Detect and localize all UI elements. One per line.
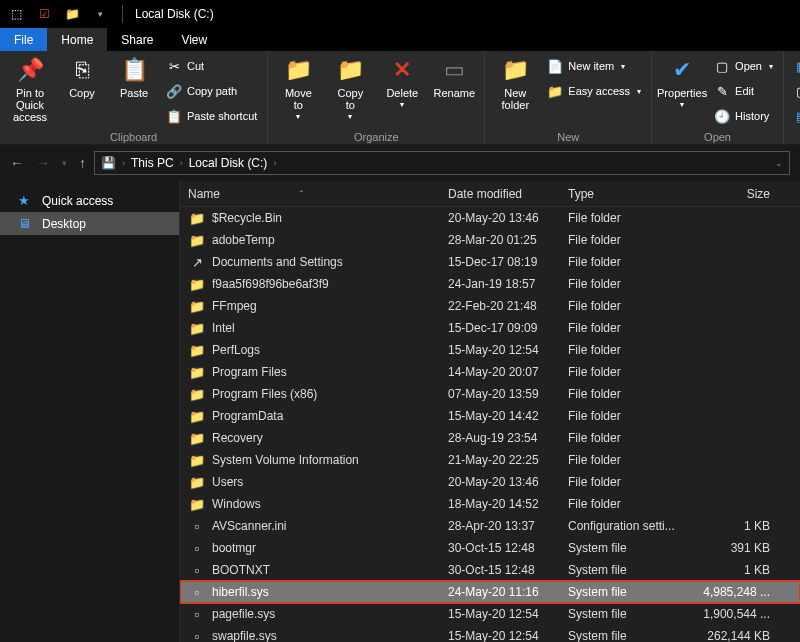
file-date: 21-May-20 22:25 bbox=[448, 453, 568, 467]
moveto-button[interactable]: 📁Move to▾ bbox=[274, 53, 322, 122]
file-icon: ▫ bbox=[188, 584, 206, 600]
new-group-label: New bbox=[491, 129, 645, 144]
table-row[interactable]: ▫bootmgr30-Oct-15 12:48System file391 KB bbox=[180, 537, 800, 559]
open-button[interactable]: ▢Open▾ bbox=[710, 55, 777, 77]
file-type: File folder bbox=[568, 211, 688, 225]
newfolder-button[interactable]: 📁New folder bbox=[491, 53, 539, 111]
table-row[interactable]: 📁Users20-May-20 13:46File folder bbox=[180, 471, 800, 493]
address-dropdown-icon[interactable]: ⌄ bbox=[775, 158, 783, 168]
table-row[interactable]: 📁Program Files14-May-20 20:07File folder bbox=[180, 361, 800, 383]
file-size: 1,900,544 ... bbox=[688, 607, 778, 621]
col-name[interactable]: Nameˆ bbox=[188, 187, 448, 201]
col-date[interactable]: Date modified bbox=[448, 187, 568, 201]
table-row[interactable]: 📁FFmpeg22-Feb-20 21:48File folder bbox=[180, 295, 800, 317]
nav-up[interactable]: ↑ bbox=[79, 155, 86, 171]
table-row[interactable]: 📁Windows18-May-20 14:52File folder bbox=[180, 493, 800, 515]
delete-button[interactable]: ✕Delete▾ bbox=[378, 53, 426, 110]
crumb-current[interactable]: Local Disk (C:) bbox=[189, 156, 268, 170]
table-row[interactable]: 📁ProgramData15-May-20 14:42File folder bbox=[180, 405, 800, 427]
chevron-right-icon[interactable]: › bbox=[122, 158, 125, 168]
folder-icon: 📁 bbox=[188, 276, 206, 292]
properties-button[interactable]: ✔Properties▾ bbox=[658, 53, 706, 110]
main-content: ★ Quick access 🖥 Desktop Nameˆ Date modi… bbox=[0, 181, 800, 642]
ribbon-group-clipboard: 📌 Pin to Quick access ⎘ Copy 📋 Paste ✂Cu… bbox=[0, 51, 268, 144]
table-row[interactable]: 📁Program Files (x86)07-May-20 13:59File … bbox=[180, 383, 800, 405]
tab-share[interactable]: Share bbox=[107, 28, 167, 51]
selectnone-icon: ▢ bbox=[794, 83, 800, 99]
folder-icon: 📁 bbox=[188, 210, 206, 226]
easyaccess-button[interactable]: 📁Easy access▾ bbox=[543, 80, 645, 102]
table-row[interactable]: ▫pagefile.sys15-May-20 12:54System file1… bbox=[180, 603, 800, 625]
table-row[interactable]: 📁Intel15-Dec-17 09:09File folder bbox=[180, 317, 800, 339]
crumb-thispc[interactable]: This PC bbox=[131, 156, 174, 170]
table-row[interactable]: ▫hiberfil.sys24-May-20 11:16System file4… bbox=[180, 581, 800, 603]
file-name: $Recycle.Bin bbox=[212, 211, 282, 225]
table-row[interactable]: ▫AVScanner.ini28-Apr-20 13:37Configurati… bbox=[180, 515, 800, 537]
file-type: Configuration setti... bbox=[568, 519, 688, 533]
folder-icon: 📁 bbox=[188, 452, 206, 468]
newitem-button[interactable]: 📄New item▾ bbox=[543, 55, 645, 77]
file-date: 20-May-20 13:46 bbox=[448, 211, 568, 225]
system-menu-icon[interactable]: ⬚ bbox=[6, 7, 26, 21]
rename-button[interactable]: ▭Rename bbox=[430, 53, 478, 99]
ribbon: 📌 Pin to Quick access ⎘ Copy 📋 Paste ✂Cu… bbox=[0, 51, 800, 145]
paste-icon: 📋 bbox=[119, 55, 149, 85]
col-type[interactable]: Type bbox=[568, 187, 688, 201]
edit-button[interactable]: ✎Edit bbox=[710, 80, 777, 102]
file-name: ProgramData bbox=[212, 409, 283, 423]
file-icon: ▫ bbox=[188, 518, 206, 534]
copypath-icon: 🔗 bbox=[166, 83, 182, 99]
file-type: File folder bbox=[568, 299, 688, 313]
sidebar-desktop[interactable]: 🖥 Desktop bbox=[0, 212, 179, 235]
copyto-button[interactable]: 📁Copy to▾ bbox=[326, 53, 374, 122]
nav-forward[interactable]: → bbox=[36, 155, 50, 171]
col-size[interactable]: Size bbox=[688, 187, 778, 201]
file-type: File folder bbox=[568, 387, 688, 401]
ribbon-group-new: 📁New folder 📄New item▾ 📁Easy access▾ New bbox=[485, 51, 652, 144]
paste-button[interactable]: 📋 Paste bbox=[110, 53, 158, 99]
tab-home[interactable]: Home bbox=[47, 28, 107, 51]
copy-button[interactable]: ⎘ Copy bbox=[58, 53, 106, 99]
file-name: Users bbox=[212, 475, 243, 489]
file-size: 4,985,248 ... bbox=[688, 585, 778, 599]
invert-button[interactable]: ▤Invert selection bbox=[790, 105, 800, 127]
shortcut-icon: ↗ bbox=[188, 254, 206, 270]
qat-dropdown-icon[interactable]: ▾ bbox=[90, 9, 110, 19]
table-row[interactable]: 📁Recovery28-Aug-19 23:54File folder bbox=[180, 427, 800, 449]
chevron-right-icon[interactable]: › bbox=[180, 158, 183, 168]
file-name: PerfLogs bbox=[212, 343, 260, 357]
qat-checkbox-icon[interactable]: ☑ bbox=[34, 7, 54, 21]
pasteshortcut-button[interactable]: 📋Paste shortcut bbox=[162, 105, 261, 127]
pin-button[interactable]: 📌 Pin to Quick access bbox=[6, 53, 54, 123]
cut-icon: ✂ bbox=[166, 58, 182, 74]
file-date: 28-Aug-19 23:54 bbox=[448, 431, 568, 445]
file-icon: ▫ bbox=[188, 540, 206, 556]
selectall-button[interactable]: ▦Select all bbox=[790, 55, 800, 77]
table-row[interactable]: ▫swapfile.sys15-May-20 12:54System file2… bbox=[180, 625, 800, 642]
nav-recent[interactable]: ▾ bbox=[62, 158, 67, 168]
file-type: System file bbox=[568, 563, 688, 577]
invert-icon: ▤ bbox=[794, 108, 800, 124]
history-button[interactable]: 🕘History bbox=[710, 105, 777, 127]
selectnone-button[interactable]: ▢Select none bbox=[790, 80, 800, 102]
file-name: FFmpeg bbox=[212, 299, 257, 313]
nav-back[interactable]: ← bbox=[10, 155, 24, 171]
table-row[interactable]: ▫BOOTNXT30-Oct-15 12:48System file1 KB bbox=[180, 559, 800, 581]
table-row[interactable]: 📁System Volume Information21-May-20 22:2… bbox=[180, 449, 800, 471]
chevron-right-icon[interactable]: › bbox=[273, 158, 276, 168]
file-type: System file bbox=[568, 585, 688, 599]
qat-folder-icon[interactable]: 📁 bbox=[62, 7, 82, 21]
tab-view[interactable]: View bbox=[167, 28, 221, 51]
sidebar-quickaccess[interactable]: ★ Quick access bbox=[0, 189, 179, 212]
table-row[interactable]: 📁$Recycle.Bin20-May-20 13:46File folder bbox=[180, 207, 800, 229]
tab-file[interactable]: File bbox=[0, 28, 47, 51]
address-bar[interactable]: 💾 › This PC › Local Disk (C:) › ⌄ bbox=[94, 151, 790, 175]
table-row[interactable]: 📁f9aa5f698f96be6af3f924-Jan-19 18:57File… bbox=[180, 273, 800, 295]
copypath-button[interactable]: 🔗Copy path bbox=[162, 80, 261, 102]
clipboard-group-label: Clipboard bbox=[6, 129, 261, 144]
cut-button[interactable]: ✂Cut bbox=[162, 55, 261, 77]
table-row[interactable]: 📁adobeTemp28-Mar-20 01:25File folder bbox=[180, 229, 800, 251]
file-size: 262,144 KB bbox=[688, 629, 778, 642]
table-row[interactable]: 📁PerfLogs15-May-20 12:54File folder bbox=[180, 339, 800, 361]
table-row[interactable]: ↗Documents and Settings15-Dec-17 08:19Fi… bbox=[180, 251, 800, 273]
